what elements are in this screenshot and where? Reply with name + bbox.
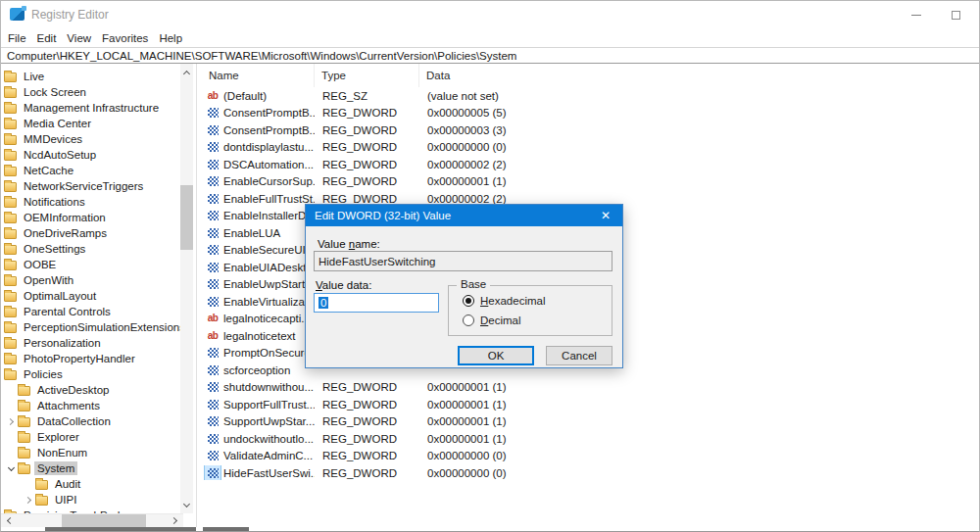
tree-item-policies[interactable]: Policies bbox=[1, 366, 181, 382]
tree-item-activedesktop[interactable]: ActiveDesktop bbox=[1, 382, 181, 398]
value-name-text: EnableLUA bbox=[223, 227, 280, 239]
tree-item-ncdautosetup[interactable]: NcdAutoSetup bbox=[1, 147, 181, 163]
value-row-hidefastuserswi[interactable]: HideFastUserSwi... REG_DWORD 0x00000000 … bbox=[202, 464, 978, 482]
tree-item-label: PhotoPropertyHandler bbox=[21, 352, 138, 365]
tree-item-label: Policies bbox=[21, 367, 66, 381]
value-row-undockwithoutlo[interactable]: undockwithoutlo... REG_DWORD 0x00000001 … bbox=[202, 430, 978, 448]
value-type-cell: REG_DWORD bbox=[315, 159, 419, 170]
tree-item-perceptionsimulationextensions[interactable]: PerceptionSimulationExtensions bbox=[1, 319, 181, 335]
radio-button-hexadecimal-icon[interactable] bbox=[463, 295, 474, 307]
registry-editor-app-icon bbox=[10, 8, 24, 21]
dword-value-icon bbox=[205, 157, 220, 171]
value-row-enablecursorsup[interactable]: EnableCursorSup... REG_DWORD 0x00000001 … bbox=[202, 173, 978, 191]
menu-item-help[interactable]: Help bbox=[159, 32, 182, 44]
tree-item-optimallayout[interactable]: OptimalLayout bbox=[1, 288, 181, 304]
dword-value-icon bbox=[205, 191, 220, 206]
value-row-supportfulltrust[interactable]: SupportFullTrust... REG_DWORD 0x00000001… bbox=[202, 396, 978, 413]
folder-icon bbox=[4, 104, 17, 114]
tree-horizontal-scrollbar[interactable] bbox=[1, 513, 183, 527]
radio-decimal[interactable]: Decimal bbox=[463, 314, 521, 326]
ok-button[interactable]: OK bbox=[458, 346, 534, 365]
vertical-scrollbar-thumb[interactable] bbox=[180, 185, 193, 250]
tree-item-label: DataCollection bbox=[34, 414, 114, 428]
column-header-name[interactable]: Name bbox=[202, 64, 315, 87]
tree-item-system[interactable]: System bbox=[1, 460, 181, 476]
tree-item-audit[interactable]: Audit bbox=[1, 476, 181, 492]
tree-item-label: NetCache bbox=[21, 164, 76, 177]
horizontal-scrollbar-thumb[interactable] bbox=[62, 514, 146, 527]
tree-item-parental-controls[interactable]: Parental Controls bbox=[1, 304, 181, 319]
tree-item-management-infrastructure[interactable]: Management Infrastructure bbox=[1, 100, 181, 116]
value-row-dscautomation[interactable]: DSCAutomation... REG_DWORD 0x00000002 (2… bbox=[202, 156, 978, 173]
value-row-consentpromptb[interactable]: ConsentPromptB... REG_DWORD 0x00000005 (… bbox=[202, 105, 978, 122]
value-name-cell: EnableCursorSup... bbox=[202, 174, 315, 189]
folder-icon bbox=[4, 88, 17, 98]
value-data-field[interactable]: 0 bbox=[314, 293, 439, 313]
value-row-dontdisplaylastu[interactable]: dontdisplaylastu... REG_DWORD 0x00000000… bbox=[202, 139, 978, 157]
string-value-icon: ab bbox=[205, 328, 220, 343]
menu-item-favorites[interactable]: Favorites bbox=[102, 32, 148, 44]
tree-item-networkservicetriggers[interactable]: NetworkServiceTriggers bbox=[1, 178, 181, 194]
maximize-button[interactable] bbox=[936, 1, 975, 28]
tree-item-nonenum[interactable]: NonEnum bbox=[1, 445, 181, 460]
column-header-data[interactable]: Data bbox=[419, 64, 978, 87]
address-bar[interactable]: Computer\HKEY_LOCAL_MACHINE\SOFTWARE\Mic… bbox=[1, 47, 979, 64]
scroll-down-arrow-icon[interactable] bbox=[180, 499, 193, 511]
tree-item-datacollection[interactable]: DataCollection bbox=[1, 413, 181, 429]
menu-item-edit[interactable]: Edit bbox=[37, 32, 57, 44]
value-row-consentpromptb[interactable]: ConsentPromptB... REG_DWORD 0x00000003 (… bbox=[202, 121, 978, 139]
menu-item-file[interactable]: File bbox=[8, 32, 26, 44]
dialog-close-button[interactable]: ✕ bbox=[589, 205, 622, 226]
radio-button-decimal-icon[interactable] bbox=[463, 314, 474, 326]
value-name-field[interactable]: HideFastUserSwitching bbox=[314, 251, 612, 271]
tree-item-label: UIPI bbox=[52, 493, 79, 507]
value-name-cell: EnableVirtualizat... bbox=[202, 294, 315, 309]
tree-item-label: OptimalLayout bbox=[21, 289, 99, 303]
cancel-button[interactable]: Cancel bbox=[546, 346, 612, 365]
tree-item-attachments[interactable]: Attachments bbox=[1, 398, 181, 413]
folder-icon bbox=[4, 198, 17, 208]
value-name-cell: EnableFullTrustSt... bbox=[202, 191, 315, 206]
tree-item-notifications[interactable]: Notifications bbox=[1, 194, 181, 210]
tree-item-media-center[interactable]: Media Center bbox=[1, 116, 181, 131]
scroll-left-arrow-icon[interactable] bbox=[2, 514, 15, 527]
tree-item-uipi[interactable]: UIPI bbox=[1, 492, 181, 508]
dialog-title-bar[interactable]: Edit DWORD (32-bit) Value bbox=[306, 205, 622, 226]
value-row-supportuwpstar[interactable]: SupportUwpStar... REG_DWORD 0x00000001 (… bbox=[202, 413, 978, 431]
folder-icon bbox=[4, 355, 17, 364]
value-name-cell: EnableInstallerD... bbox=[202, 209, 315, 223]
radio-hexadecimal[interactable]: Hexadecimal bbox=[463, 295, 545, 307]
tree-item-openwith[interactable]: OpenWith bbox=[1, 272, 181, 288]
tree-item-live[interactable]: Live bbox=[1, 69, 181, 84]
tree-vertical-scrollbar[interactable] bbox=[180, 64, 193, 513]
value-row-shutdownwithou[interactable]: shutdownwithou... REG_DWORD 0x00000001 (… bbox=[202, 379, 978, 397]
tree-item-netcache[interactable]: NetCache bbox=[1, 163, 181, 178]
tree-item-onedriveramps[interactable]: OneDriveRamps bbox=[1, 225, 181, 241]
tree-item-personalization[interactable]: Personalization bbox=[1, 335, 181, 351]
scroll-up-arrow-icon[interactable] bbox=[180, 66, 193, 78]
tree-item-oeminformation[interactable]: OEMInformation bbox=[1, 210, 181, 225]
tree-item-lock-screen[interactable]: Lock Screen bbox=[1, 84, 181, 100]
tree-item-oobe[interactable]: OOBE bbox=[1, 257, 181, 272]
tree-item-explorer[interactable]: Explorer bbox=[1, 429, 181, 445]
tree-item-photopropertyhandler[interactable]: PhotoPropertyHandler bbox=[1, 351, 181, 366]
value-name-cell: DSCAutomation... bbox=[202, 157, 315, 171]
menu-item-view[interactable]: View bbox=[67, 32, 91, 44]
tree-item-mmdevices[interactable]: MMDevices bbox=[1, 131, 181, 147]
radio-hexadecimal-label: Hexadecimal bbox=[480, 295, 545, 307]
scroll-right-arrow-icon[interactable] bbox=[169, 514, 181, 527]
registry-tree: Live Lock Screen Management Infrastructu… bbox=[1, 64, 181, 513]
value-data-cell: 0x00000000 (0) bbox=[419, 450, 978, 461]
column-header-type[interactable]: Type bbox=[315, 64, 419, 87]
value-name-cell: ab legalnoticecapti... bbox=[202, 312, 315, 326]
folder-icon bbox=[18, 402, 30, 411]
value-row-validateadminc[interactable]: ValidateAdminC... REG_DWORD 0x00000000 (… bbox=[202, 448, 978, 465]
value-row-default[interactable]: ab (Default) REG_SZ (value not set) bbox=[202, 87, 978, 105]
tree-item-onesettings[interactable]: OneSettings bbox=[1, 241, 181, 257]
value-type-cell: REG_DWORD bbox=[315, 450, 419, 461]
dword-value-icon bbox=[205, 294, 220, 309]
minimize-button[interactable] bbox=[897, 1, 936, 28]
value-data-cell: 0x00000005 (5) bbox=[419, 107, 978, 119]
tree-item-label: OEMInformation bbox=[21, 211, 109, 224]
value-name-text: EnableSecureUIA... bbox=[223, 244, 315, 256]
